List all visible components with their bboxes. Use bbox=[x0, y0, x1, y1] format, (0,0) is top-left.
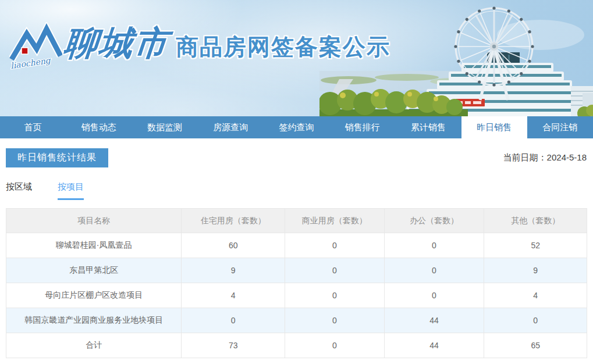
cell-other: 9 bbox=[484, 258, 587, 283]
cell-other: 4 bbox=[484, 283, 587, 308]
current-date: 当前日期：2024-5-18 bbox=[503, 152, 587, 163]
cell-other: 52 bbox=[484, 233, 587, 258]
nav-item-sales-dynamics[interactable]: 销售动态 bbox=[66, 116, 132, 138]
table-header-row: 项目名称 住宅用房（套数） 商业用房（套数） 办公（套数） 其他（套数） bbox=[6, 209, 587, 233]
view-tabs: 按区域 按项目 bbox=[6, 181, 593, 200]
cell-commercial: 0 bbox=[285, 233, 385, 258]
cell-residential: 4 bbox=[182, 283, 285, 308]
sales-table: 项目名称 住宅用房（套数） 商业用房（套数） 办公（套数） 其他（套数） 聊城碧… bbox=[6, 208, 587, 358]
cell-office: 0 bbox=[384, 258, 484, 283]
cell-commercial: 0 bbox=[285, 333, 385, 358]
cell-project-name: 母向庄片区棚户区改造项目 bbox=[6, 283, 182, 308]
cell-office: 0 bbox=[384, 283, 484, 308]
nav-item-sales-ranking[interactable]: 销售排行 bbox=[329, 116, 395, 138]
cell-residential: 0 bbox=[182, 308, 285, 333]
city-name: 聊城市 bbox=[62, 22, 171, 64]
cell-office: 44 bbox=[384, 308, 484, 333]
cell-project-name: 合计 bbox=[6, 333, 182, 358]
liaocheng-logo-icon: liaocheng bbox=[9, 22, 63, 72]
tab-by-project[interactable]: 按项目 bbox=[58, 181, 84, 200]
nav-item-data-monitoring[interactable]: 数据监测 bbox=[132, 116, 197, 138]
content: 昨日销售统计结果 当前日期：2024-5-18 按区域 按项目 项目名称 住宅用… bbox=[0, 138, 593, 358]
nav-item-contract-cancellation[interactable]: 合同注销 bbox=[527, 116, 593, 138]
column-header-project-name: 项目名称 bbox=[6, 209, 182, 233]
table-row: 韩国京畿道产业园商业服务业地块项目 0 0 44 0 bbox=[6, 308, 587, 333]
nav-item-listing-query[interactable]: 房源查询 bbox=[198, 116, 264, 138]
cell-residential: 60 bbox=[182, 233, 285, 258]
main-nav: 首页 销售动态 数据监测 房源查询 签约查询 销售排行 累计销售 昨日销售 合同… bbox=[0, 116, 593, 138]
cell-project-name: 韩国京畿道产业园商业服务业地块项目 bbox=[6, 308, 182, 333]
column-header-other: 其他（套数） bbox=[484, 209, 587, 233]
nav-item-yesterday-sales[interactable]: 昨日销售 bbox=[461, 116, 527, 138]
cell-other: 65 bbox=[484, 333, 587, 358]
cell-office: 44 bbox=[384, 333, 484, 358]
cell-office: 0 bbox=[384, 233, 484, 258]
column-header-commercial: 商业用房（套数） bbox=[285, 209, 385, 233]
page-title: 昨日销售统计结果 bbox=[6, 148, 108, 167]
table-row: 东昌甲第北区 9 0 0 9 bbox=[6, 258, 587, 283]
right-buildings-illustration bbox=[571, 86, 593, 116]
cell-project-name: 东昌甲第北区 bbox=[6, 258, 182, 283]
cell-residential: 73 bbox=[182, 333, 285, 358]
brand: liaocheng 聊城市 商品房网签备案公示 bbox=[9, 22, 390, 72]
nav-item-cumulative-sales[interactable]: 累计销售 bbox=[395, 116, 461, 138]
cell-commercial: 0 bbox=[285, 283, 385, 308]
cell-residential: 9 bbox=[182, 258, 285, 283]
banner: liaocheng 聊城市 商品房网签备案公示 bbox=[0, 0, 593, 116]
table-row: 母向庄片区棚户区改造项目 4 0 0 4 bbox=[6, 283, 587, 308]
cell-commercial: 0 bbox=[285, 258, 385, 283]
site-title: 商品房网签备案公示 bbox=[176, 31, 390, 63]
table-row: 聊城碧桂园·凤凰壹品 60 0 0 52 bbox=[6, 233, 587, 258]
column-header-residential: 住宅用房（套数） bbox=[182, 209, 285, 233]
cell-commercial: 0 bbox=[285, 308, 385, 333]
cell-project-name: 聊城碧桂园·凤凰壹品 bbox=[6, 233, 182, 258]
sales-table-container: 项目名称 住宅用房（套数） 商业用房（套数） 办公（套数） 其他（套数） 聊城碧… bbox=[6, 208, 587, 358]
nav-item-home[interactable]: 首页 bbox=[0, 116, 66, 138]
column-header-office: 办公（套数） bbox=[384, 209, 484, 233]
table-row-total: 合计 73 0 44 65 bbox=[6, 333, 587, 358]
nav-item-contract-query[interactable]: 签约查询 bbox=[264, 116, 329, 138]
tab-by-region[interactable]: 按区域 bbox=[6, 181, 32, 200]
cell-other: 0 bbox=[484, 308, 587, 333]
